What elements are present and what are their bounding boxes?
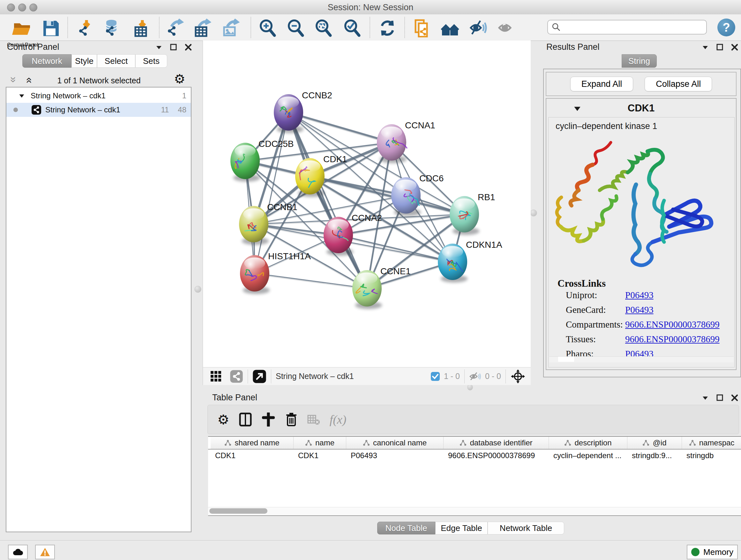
table-horizontal-scrollbar[interactable]	[208, 507, 741, 515]
column-header-@id[interactable]: @id	[627, 437, 682, 449]
zoom-selected-button[interactable]	[342, 17, 362, 38]
close-panel-icon[interactable]	[185, 44, 192, 51]
node-cdc6[interactable]: CDC6	[391, 173, 444, 216]
results-buttons-bar: Expand All Collapse All	[546, 72, 737, 96]
float-panel-icon[interactable]	[716, 44, 724, 51]
collapse-all-button[interactable]: Collapse All	[645, 77, 712, 91]
export-network-button[interactable]	[165, 17, 185, 38]
column-header-description[interactable]: description	[549, 437, 627, 449]
network-row-selected[interactable]: String Network – cdk1 11 48	[6, 103, 191, 117]
node-cdk1[interactable]: CDK1	[295, 154, 347, 197]
collapse-all-networks-icon[interactable]: »	[8, 77, 20, 83]
tab-string[interactable]: String	[622, 54, 657, 68]
node-ccne1[interactable]: CCNE1	[352, 266, 411, 309]
warning-status-button[interactable]	[35, 545, 55, 559]
import-network-from-file-button[interactable]	[76, 17, 97, 38]
gene-name-header[interactable]: CDK1	[546, 103, 736, 114]
crosslink-link[interactable]: 9606.ENSP00000378699	[625, 319, 720, 330]
selected-checkbox-icon[interactable]	[430, 372, 440, 381]
zoom-fit-button[interactable]	[313, 17, 333, 38]
tab-node-table[interactable]: Node Table	[377, 522, 435, 535]
column-header-canonical-name[interactable]: canonical name	[346, 437, 444, 449]
collection-expand-icon[interactable]	[18, 92, 25, 99]
network-options-gear-icon[interactable]: ⚙	[174, 71, 185, 86]
duplicate-network-button[interactable]	[412, 17, 432, 38]
node-cdkn1a[interactable]: CDKN1A	[438, 240, 502, 283]
tab-network-table[interactable]: Network Table	[488, 522, 564, 535]
save-session-button[interactable]	[40, 17, 61, 38]
hide-panel-button[interactable]	[468, 17, 488, 38]
search-box[interactable]	[547, 20, 707, 35]
apply-layout-button[interactable]	[377, 17, 397, 38]
tab-network[interactable]: Network	[22, 54, 71, 68]
edge[interactable]	[255, 273, 367, 288]
import-table-from-file-button[interactable]	[132, 17, 152, 38]
show-columns-icon[interactable]	[239, 413, 252, 427]
export-image-button[interactable]	[221, 17, 241, 38]
panel-menu-icon[interactable]	[701, 394, 709, 401]
node-table[interactable]: shared nameCDK1 nameCDK1 canonical nameP…	[208, 436, 741, 516]
network-collection-row[interactable]: String Network – cdk1 1	[6, 89, 191, 103]
cloud-icon	[12, 548, 23, 556]
cloud-status-button[interactable]	[8, 545, 28, 559]
cell-shared-name[interactable]: CDK1	[211, 449, 293, 462]
delete-column-trash-icon[interactable]	[286, 412, 297, 427]
zoom-out-button[interactable]	[285, 17, 306, 38]
panel-menu-icon[interactable]	[155, 44, 163, 51]
node-rb1[interactable]: RB1	[450, 192, 495, 235]
toolbar-separator	[369, 17, 370, 38]
edge[interactable]	[288, 112, 367, 288]
expand-all-networks-icon[interactable]: »	[22, 77, 34, 83]
cell-description[interactable]: cyclin–dependent ...	[549, 449, 627, 462]
tab-select[interactable]: Select	[97, 54, 135, 68]
left-splitter-handle[interactable]	[194, 286, 201, 293]
bottom-splitter-handle[interactable]	[467, 384, 473, 390]
panel-menu-icon[interactable]	[701, 44, 709, 51]
search-input[interactable]	[561, 22, 699, 32]
birds-eye-view-icon[interactable]	[510, 369, 526, 384]
column-header-name[interactable]: name	[293, 437, 346, 449]
network-canvas[interactable]: CCNB2CCNA1CDC25BCDK1CDC6RB1CCNB1CCNA2CDK…	[203, 41, 531, 367]
results-scrollbar[interactable]	[549, 356, 734, 362]
column-header-database-identifier[interactable]: database identifier	[444, 437, 549, 449]
scrollbar-thumb[interactable]	[209, 508, 267, 514]
toolbar-separator	[251, 17, 251, 38]
crosslink-link[interactable]: 9606.ENSP00000378699	[625, 334, 720, 345]
cell-name[interactable]: CDK1	[293, 449, 346, 462]
float-panel-icon[interactable]	[170, 44, 178, 51]
export-table-button[interactable]	[192, 17, 213, 38]
column-header-namespac[interactable]: namespac	[682, 437, 741, 449]
float-panel-icon[interactable]	[716, 394, 724, 401]
detach-view-icon[interactable]	[253, 369, 266, 383]
import-network-from-database-button[interactable]	[103, 17, 124, 38]
crosslink-link[interactable]: P06493	[625, 290, 654, 300]
node-label: CCNE1	[381, 266, 411, 276]
close-panel-icon[interactable]	[731, 44, 738, 51]
tab-style[interactable]: Style	[71, 54, 97, 68]
close-panel-icon[interactable]	[731, 394, 738, 401]
network-view-icon[interactable]	[230, 370, 243, 383]
crosslink-row: Compartments: 9606.ENSP00000378699	[566, 319, 732, 330]
cell-database-identifier[interactable]: 9606.ENSP00000378699	[444, 449, 549, 462]
crosslink-link[interactable]: P06493	[625, 305, 654, 315]
memory-button[interactable]: Memory	[687, 545, 738, 559]
column-header-shared-name[interactable]: shared name	[211, 437, 293, 449]
help-button[interactable]: ?	[718, 18, 735, 37]
tab-sets[interactable]: Sets	[135, 54, 167, 68]
first-neighbors-button[interactable]	[440, 17, 461, 38]
table-settings-gear-icon[interactable]: ⚙	[217, 412, 229, 428]
open-session-button[interactable]	[11, 17, 32, 38]
node-hist1h1a[interactable]: HIST1H1A	[240, 251, 311, 294]
zoom-in-button[interactable]	[257, 17, 278, 38]
create-column-plus-icon[interactable]	[262, 413, 275, 427]
right-splitter-handle[interactable]	[530, 209, 537, 216]
grid-view-icon[interactable]	[210, 370, 222, 382]
column-type-icon	[305, 440, 312, 446]
expand-all-button[interactable]: Expand All	[570, 77, 633, 91]
cell-namespac[interactable]: stringdb	[682, 449, 741, 462]
cell-canonical-name[interactable]: P06493	[346, 449, 444, 462]
cell-@id[interactable]: stringdb:9...	[627, 449, 682, 462]
delete-table-icon	[307, 414, 320, 425]
string-network-graph[interactable]: CCNB2CCNA1CDC25BCDK1CDC6RB1CCNB1CCNA2CDK…	[203, 41, 531, 367]
tab-edge-table[interactable]: Edge Table	[435, 522, 488, 535]
